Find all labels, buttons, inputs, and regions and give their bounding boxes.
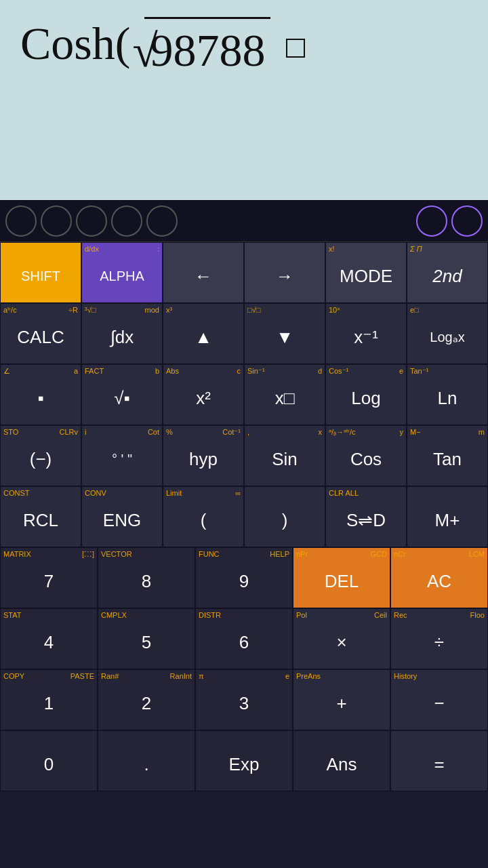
btn-sub[interactable]: History− [390, 669, 488, 730]
btn-eq[interactable]: = [390, 730, 488, 791]
btn-mul[interactable]: PolCeil× [293, 608, 390, 669]
btn-mplus-label: M+ [435, 510, 460, 531]
btn-intdx[interactable]: ³√□mod∫dx [81, 303, 163, 364]
button-row-8: 0.ExpAns= [0, 730, 488, 791]
btn-hyp[interactable]: %Cot⁻¹hyp [163, 425, 244, 486]
btn-calc[interactable]: aᵇ/c÷RCALC [0, 303, 81, 364]
btn-log[interactable]: Cos⁻¹eLog [325, 364, 407, 425]
settings-button[interactable] [76, 205, 107, 237]
btn-mplus[interactable]: M+ [407, 486, 488, 547]
btn-eng[interactable]: CONVENG [81, 486, 163, 547]
btn-up-sublabel: x³ [166, 307, 241, 314]
zoom-out-button[interactable] [111, 205, 142, 237]
btn-exp[interactable]: Exp [195, 730, 293, 791]
btn-rcl-sublabel: CONST [3, 490, 78, 497]
sqrt-symbol: √ [132, 21, 157, 81]
button-row-5: MATRIX[⁚⁚⁚]7VECTOR8FUNCHELP9nPrGCDDELnCr… [0, 547, 488, 608]
sigma-button[interactable] [41, 205, 72, 237]
button-row-3: STOCLRv(−)iCot° ' "%Cot⁻¹hyp,xSinᵃ/ᵦ→ᵃᵇ/… [0, 425, 488, 486]
btn-div[interactable]: RecFloo÷ [390, 608, 488, 669]
btn-eng-label: ENG [103, 510, 141, 531]
btn-mul-sublabel2: Ceil [296, 612, 387, 619]
btn-xsq-sublabel2: d [247, 368, 322, 375]
btn-9-label: 9 [239, 571, 249, 592]
empty-box [286, 39, 305, 58]
btn-neg-sublabel2: CLRv [3, 429, 78, 436]
btn-up[interactable]: x³▲ [163, 303, 244, 364]
btn-0-label: 0 [44, 754, 54, 775]
btn-alpha[interactable]: d/dx:ALPHA [81, 242, 163, 303]
btn-down-label: ▼ [276, 327, 293, 348]
btn-cos[interactable]: ᵃ/ᵦ→ᵃᵇ/cyCos [325, 425, 407, 486]
btn-0[interactable]: 0 [0, 730, 98, 791]
btn-ans[interactable]: Ans [293, 730, 390, 791]
btn-mode[interactable]: x!MODE [325, 242, 407, 303]
btn-2nd[interactable]: Σ Π2nd [407, 242, 488, 303]
btn-intdx-sublabel2: mod [85, 307, 159, 314]
btn-down[interactable]: □√□▼ [244, 303, 325, 364]
btn-shift[interactable]: SOLVE=SHIFT [0, 242, 81, 303]
btn-hyp-sublabel2: Cot⁻¹ [166, 429, 241, 436]
btn-ac[interactable]: nCrLCMAC [390, 547, 488, 608]
sqrt-content: 98788 [144, 17, 270, 80]
btn-8[interactable]: VECTOR8 [98, 547, 195, 608]
btn-7[interactable]: MATRIX[⁚⁚⁚]7 [0, 547, 98, 608]
btn-tan[interactable]: M−mTan [407, 425, 488, 486]
btn-xsq-label: x□ [275, 388, 295, 409]
btn-frac-sublabel2: a [3, 368, 78, 375]
btn-1[interactable]: COPYPASTE1 [0, 669, 98, 730]
btn-lparen-label: ( [201, 510, 207, 531]
btn-left-label: ← [195, 266, 212, 287]
btn-mode-sublabel: x! [329, 245, 403, 253]
btn-calc-sublabel2: ÷R [3, 307, 78, 314]
btn-rparen[interactable]: ) [244, 486, 325, 547]
btn-sd[interactable]: CLR ALLS⇌D [325, 486, 407, 547]
btn-alpha-sublabel2: : [85, 245, 159, 253]
btn-sqrt[interactable]: FACTb√▪ [81, 364, 163, 425]
btn-loga[interactable]: e□Logₐx [407, 303, 488, 364]
btn-ln[interactable]: Tan⁻¹Ln [407, 364, 488, 425]
btn-4-label: 4 [44, 632, 54, 653]
btn-dms[interactable]: iCot° ' " [81, 425, 163, 486]
btn-sub-label: − [434, 693, 444, 714]
btn-mul-label: × [336, 632, 346, 653]
btn-frac[interactable]: ∠a▪ [0, 364, 81, 425]
btn-del[interactable]: nPrGCDDEL [293, 547, 390, 608]
btn-9[interactable]: FUNCHELP9 [195, 547, 293, 608]
btn-tan-label: Tan [433, 449, 462, 470]
btn-5[interactable]: CMPLX5 [98, 608, 195, 669]
btn-neg[interactable]: STOCLRv(−) [0, 425, 81, 486]
btn-right[interactable]: → [244, 242, 325, 303]
btn-sin[interactable]: ,xSin [244, 425, 325, 486]
menu-button[interactable] [5, 205, 37, 237]
btn-6[interactable]: DISTR6 [195, 608, 293, 669]
btn-4-sublabel: STAT [3, 612, 94, 619]
deg-button[interactable] [416, 205, 447, 237]
btn-xsq[interactable]: Sin⁻¹dx□ [244, 364, 325, 425]
btn-dot[interactable]: . [98, 730, 195, 791]
btn-add[interactable]: PreAns+ [293, 669, 390, 730]
btn-2[interactable]: Ran#RanInt2 [98, 669, 195, 730]
btn-ln-label: Ln [438, 388, 458, 409]
btn-down-sublabel: □√□ [247, 307, 322, 314]
btn-3[interactable]: πe3 [195, 669, 293, 730]
btn-div-label: ÷ [434, 632, 444, 653]
btn-ac-sublabel2: LCM [394, 551, 485, 558]
btn-8-label: 8 [142, 571, 151, 592]
btn-sd-label: S⇌D [346, 510, 386, 531]
btn-x2[interactable]: Abscx² [163, 364, 244, 425]
more-button[interactable] [451, 205, 483, 237]
btn-xinv[interactable]: 10ˣx⁻¹ [325, 303, 407, 364]
zoom-in-button[interactable] [146, 205, 178, 237]
btn-del-sublabel2: GCD [296, 551, 387, 558]
btn-lparen[interactable]: Limit∞( [163, 486, 244, 547]
btn-1-sublabel2: PASTE [3, 673, 94, 680]
btn-4[interactable]: STAT4 [0, 608, 98, 669]
btn-left[interactable]: ← [163, 242, 244, 303]
btn-2-sublabel2: RanInt [101, 673, 192, 680]
btn-cos-sublabel2: y [329, 429, 403, 436]
btn-rcl[interactable]: CONSTRCL [0, 486, 81, 547]
btn-6-label: 6 [239, 632, 249, 653]
btn-5-sublabel: CMPLX [101, 612, 192, 619]
btn-dms-label: ° ' " [112, 452, 132, 467]
